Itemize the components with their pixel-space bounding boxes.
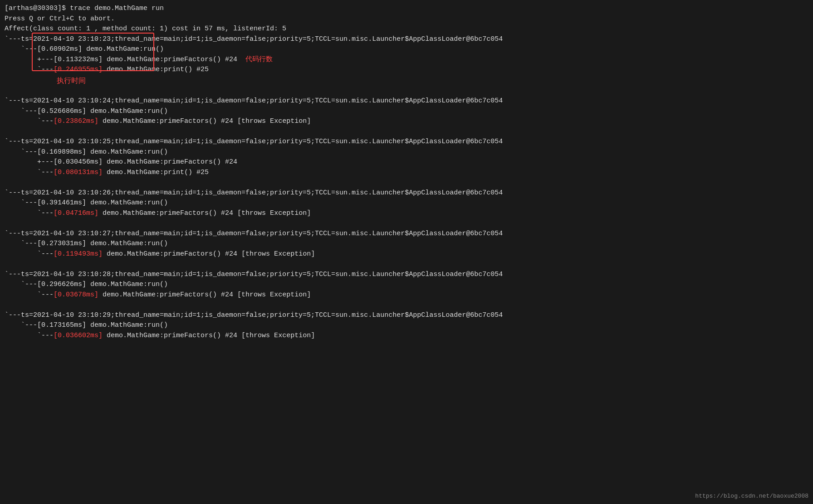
- affect-line: Affect(class count: 1 , method count: 1)…: [5, 24, 808, 34]
- sub1-line-1: +---[0.113232ms] demo.MathGame:primeFact…: [5, 55, 808, 65]
- time-red-5: [0.119493ms]: [54, 250, 103, 258]
- ts-line-3: `---ts=2021-04-10 23:10:25;thread_name=m…: [5, 137, 808, 147]
- sub2-line-3: `---[0.080131ms] demo.MathGame:print() #…: [5, 168, 808, 178]
- run-line-3: `---[0.169898ms] demo.MathGame:run(): [5, 147, 808, 158]
- code-line-annotation: 代码行数: [245, 56, 273, 63]
- sub1-line-7: `---[0.036602ms] demo.MathGame:primeFact…: [5, 331, 808, 341]
- ts-line-5: `---ts=2021-04-10 23:10:27;thread_name=m…: [5, 229, 808, 239]
- abort-line: Press Q or Ctrl+C to abort.: [5, 14, 808, 24]
- watermark: https://blog.csdn.net/baoxue2008: [695, 492, 808, 501]
- ts-line-7: `---ts=2021-04-10 23:10:29;thread_name=m…: [5, 310, 808, 321]
- ts-line-2: `---ts=2021-04-10 23:10:24;thread_name=m…: [5, 96, 808, 107]
- run-line-5: `---[0.273031ms] demo.MathGame:run(): [5, 239, 808, 249]
- run-line-1: `---[0.60902ms] demo.MathGame:run(): [5, 44, 808, 55]
- time-red-1: [0.246955ms]: [54, 66, 103, 73]
- ts-line-1: `---ts=2021-04-10 23:10:23;thread_name=m…: [5, 34, 808, 45]
- sub1-line-4: `---[0.04716ms] demo.MathGame:primeFacto…: [5, 208, 808, 219]
- ts-line-6: `---ts=2021-04-10 23:10:28;thread_name=m…: [5, 270, 808, 280]
- time-red-3: [0.080131ms]: [54, 169, 103, 176]
- sub1-line-2: `---[0.23862ms] demo.MathGame:primeFacto…: [5, 116, 808, 127]
- time-red-4: [0.04716ms]: [54, 209, 98, 217]
- sub1-line-6: `---[0.03678ms] demo.MathGame:primeFacto…: [5, 290, 808, 300]
- prompt-line: [arthas@30303]$ trace demo.MathGame run: [5, 4, 808, 14]
- sub1-line-3: +---[0.030456ms] demo.MathGame:primeFact…: [5, 157, 808, 168]
- run-line-4: `---[0.391461ms] demo.MathGame:run(): [5, 198, 808, 208]
- run-line-2: `---[0.526686ms] demo.MathGame:run(): [5, 107, 808, 117]
- time-red-2: [0.23862ms]: [54, 117, 98, 125]
- sub2-line-1: `---[0.246955ms] demo.MathGame:print() #…: [5, 65, 808, 75]
- run-line-6: `---[0.296626ms] demo.MathGame:run(): [5, 280, 808, 290]
- time-red-6: [0.03678ms]: [54, 291, 98, 299]
- time-red-7: [0.036602ms]: [54, 332, 103, 339]
- sub1-line-5: `---[0.119493ms] demo.MathGame:primeFact…: [5, 249, 808, 260]
- ts-line-4: `---ts=2021-04-10 23:10:26;thread_name=m…: [5, 188, 808, 199]
- terminal-output: [arthas@30303]$ trace demo.MathGame run …: [5, 4, 808, 341]
- run-line-7: `---[0.173165ms] demo.MathGame:run(): [5, 320, 808, 331]
- exec-time-annotation: 执行时间: [5, 75, 808, 86]
